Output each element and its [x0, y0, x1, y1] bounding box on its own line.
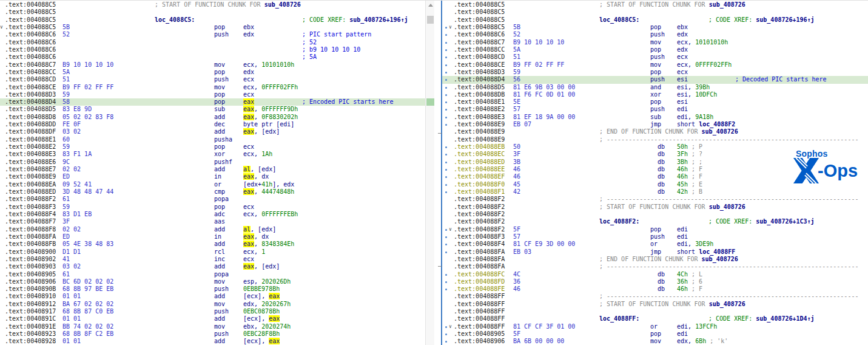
left-disassembly-pane[interactable]: .text:004088C5; START OF FUNCTION CHUNK … — [0, 1, 425, 345]
asm-row[interactable]: .text:004088C6; b9 10 10 10 10 — [0, 46, 425, 53]
asm-row[interactable]: .text:004088D458popeax; Encoded PIC star… — [0, 98, 425, 106]
asm-row[interactable]: .text:004088F481 CF E9 3D 00 00oredi, 3D… — [442, 241, 868, 248]
asm-row[interactable]: .text:004088F73Faas — [0, 218, 425, 225]
asm-row[interactable]: .text:004088CEB9 FF 02 FF FFmovecx, 0FFF… — [442, 61, 868, 69]
asm-row[interactable]: .text:0040890303 02addeax, [edx] — [0, 263, 425, 270]
asm-row[interactable]: .text:004088F261popa — [0, 196, 425, 203]
asm-row[interactable]: .text:004088D805 02 02 83 F8addeax, 0F88… — [0, 114, 425, 121]
asm-row[interactable]: .text:004088FAEB 03jmpshort loc_4088FF — [442, 248, 868, 256]
asm-row[interactable]: .text:004088F357pushedi — [442, 233, 868, 241]
asm-row[interactable]: .text:0040892368 8B 8F C2 EBpush0EBC28F8… — [0, 330, 425, 338]
asm-row[interactable]: .text:004088C7B9 10 10 10 10movecx, 1010… — [442, 39, 868, 46]
asm-row[interactable]: .text:004088CC5Apopedx — [442, 46, 868, 53]
asm-address: .text:004088F1 — [454, 188, 505, 196]
asm-row[interactable]: .text:004088CD51pushecx — [442, 53, 868, 61]
asm-row[interactable]: .text:0040892801 01add[ecx], eax — [0, 338, 425, 345]
asm-row[interactable]: .text:004088E15Epopesi — [442, 98, 868, 106]
scrollbar-thumb[interactable] — [427, 16, 434, 24]
asm-row[interactable]: .text:004088E9; ------------------------… — [442, 136, 868, 143]
left-pane-scrollbar[interactable] — [425, 1, 434, 345]
asm-row[interactable]: .text:004088E383 F1 1Axorecx, 1Ah — [0, 151, 425, 158]
asm-row[interactable]: ∨.text:004088F25Fpopedi — [442, 226, 868, 233]
asm-row[interactable]: .text:0040890B68 8B 97 BE EBpush0EBBE978… — [0, 285, 425, 293]
asm-row[interactable]: ∨.text:004088C55Bpopebx — [442, 24, 868, 31]
asm-row[interactable]: .text:004088CC5Apopedx — [0, 69, 425, 76]
asm-row[interactable]: .text:004088FF — [442, 308, 868, 315]
asm-row[interactable]: .text:004088F2loc_4088F2:; CODE XREF: su… — [442, 218, 868, 225]
asm-row[interactable]: .text:004088E69Cpushf — [0, 159, 425, 166]
asm-row[interactable]: .text:004088F359popecx — [0, 203, 425, 211]
asm-row[interactable]: .text:004088EA09 52 41or[edx+41h], edx — [0, 181, 425, 188]
asm-row[interactable]: .text:004088FE46db46h; F — [442, 285, 868, 293]
asm-row[interactable]: .text:004088CD51pushecx — [0, 76, 425, 83]
asm-row[interactable]: ∨.text:004088C55Bpopebx — [0, 24, 425, 31]
asm-row[interactable]: .text:004088C5loc_4088C5:; CODE XREF: su… — [442, 16, 868, 24]
asm-row[interactable]: .text:004088D359popecx — [0, 91, 425, 98]
asm-address: .text:004088E2 — [454, 106, 505, 113]
asm-row[interactable]: .text:004088F2; ------------------------… — [442, 196, 868, 203]
asm-row[interactable]: .text:004088FFloc_4088FF:; CODE XREF: su… — [442, 315, 868, 323]
asm-row[interactable]: .text:00408906BA 6B 00 00 00movedx, 6Bh;… — [442, 338, 868, 345]
asm-row[interactable]: .text:004088F2; START OF FUNCTION CHUNK … — [442, 203, 868, 211]
asm-row[interactable]: .text:0040890561popa — [0, 271, 425, 278]
asm-row[interactable]: .text:004088E259popecx — [0, 143, 425, 151]
asm-address: .text:004088CE — [454, 61, 505, 69]
asm-row[interactable]: .text:004088FA; END OF FUNCTION CHUNK FO… — [442, 256, 868, 263]
asm-row[interactable]: .text:004088D456pushesi; Decoded PIC sta… — [442, 76, 868, 83]
asm-row[interactable]: .text:004088D581 E6 9B 03 00 00andesi, 3… — [442, 84, 868, 91]
asm-row[interactable]: .text:004088ED3D 48 48 47 44cmpeax, 4447… — [0, 188, 425, 196]
asm-row[interactable]: .text:004088C5 — [0, 9, 425, 16]
asm-row[interactable]: .text:004088F142db42h; B — [442, 188, 868, 196]
asm-row[interactable]: .text:004088DB81 F6 FC 0D 01 00xoresi, 1… — [442, 91, 868, 98]
asm-row[interactable]: .text:004088FF; ------------------------… — [442, 293, 868, 300]
asm-row[interactable]: .text:004088C6; 52 — [0, 39, 425, 46]
asm-bytes: ED — [62, 173, 70, 180]
asm-row[interactable]: .text:0040890241incecx — [0, 256, 425, 263]
asm-row[interactable]: .text:004088E9EDineax, dx — [0, 173, 425, 180]
asm-row[interactable]: .text:004088D583 E8 9Dsubeax, 0FFFFFF9Dh — [0, 106, 425, 113]
asm-row[interactable]: .text:004088FD36db36h; 6 — [442, 278, 868, 285]
asm-row[interactable]: .text:0040891001 01add[ecx], eax — [0, 293, 425, 300]
asm-row[interactable]: .text:004089055Fpopedi — [442, 330, 868, 338]
asm-row[interactable]: .text:0040891768 8B 87 C0 EBpush0EBC0878… — [0, 308, 425, 315]
asm-row[interactable]: .text:004088F483 D1 EBadcecx, 0FFFFFFEBh — [0, 211, 425, 218]
asm-row[interactable]: .text:004088C5 — [442, 9, 868, 16]
asm-address: .text:004088CD — [454, 53, 505, 61]
asm-row[interactable]: .text:004088E702 02addal, [edx] — [0, 166, 425, 173]
asm-row[interactable]: .text:004088E9; END OF FUNCTION CHUNK FO… — [442, 128, 868, 135]
asm-row[interactable]: .text:0040891EBB 74 02 02 02movebx, 2020… — [0, 323, 425, 330]
asm-row[interactable]: .text:004088C7B9 10 10 10 10movecx, 1010… — [0, 61, 425, 69]
asm-row[interactable]: .text:004088FC4Cdb4Ch; L — [442, 271, 868, 278]
asm-address: .text:004088F2 — [454, 196, 505, 203]
asm-row[interactable]: .text:00408900D1 D1rclecx, 1 — [0, 248, 425, 256]
asm-row[interactable]: .text:004088C652pushedx; PIC start patte… — [0, 31, 425, 38]
asm-row[interactable]: .text:004088FA; ------------------------… — [442, 263, 868, 270]
code-line-dot-icon — [445, 244, 447, 245]
asm-row[interactable]: .text:004088C6; 5A — [0, 53, 425, 61]
asm-address: .text:004088FA — [454, 263, 505, 270]
asm-row[interactable]: .text:004088CEB9 FF 02 FF FFmovecx, 0FFF… — [0, 84, 425, 91]
asm-row[interactable]: .text:00408912BA 67 02 02 02movedx, 2020… — [0, 301, 425, 308]
asm-row[interactable]: .text:0040891C01 01add[ecx], eax — [0, 315, 425, 323]
asm-row[interactable]: .text:004088D359popecx — [442, 69, 868, 76]
asm-row[interactable]: .text:00408906BC 6D 02 02 02movesp, 2020… — [0, 278, 425, 285]
asm-row[interactable]: .text:004088C5; START OF FUNCTION CHUNK … — [442, 1, 868, 9]
asm-address: .text:004088F3 — [5, 203, 56, 211]
asm-row[interactable]: .text:004088DDFE 0Fdecbyte ptr [edi] — [0, 121, 425, 128]
asm-mnemonic: mov — [214, 323, 225, 330]
asm-row[interactable]: .text:004088F2 — [442, 211, 868, 218]
asm-row[interactable]: .text:004088C5loc_4088C5:; CODE XREF: su… — [0, 16, 425, 24]
asm-row[interactable]: .text:004088DF03 02addeax, [edx] — [0, 128, 425, 135]
asm-row[interactable]: .text:004088C5; START OF FUNCTION CHUNK … — [0, 1, 425, 9]
asm-row[interactable]: .text:004088FB05 4E 38 48 83addeax, 8348… — [0, 241, 425, 248]
scrollbar-up-arrow-icon[interactable] — [428, 4, 433, 7]
asm-row[interactable]: .text:004088E381 EF 18 9A 00 00subedi, 9… — [442, 114, 868, 121]
asm-row[interactable]: .text:004088C652pushedx — [442, 31, 868, 38]
asm-row[interactable]: ∨.text:004088FF81 CF CF 3F 01 00oredi, 1… — [442, 323, 868, 330]
asm-row[interactable]: .text:004088FAEDineax, dx — [0, 233, 425, 241]
asm-row[interactable]: .text:004088F802 02addal, [edx] — [0, 226, 425, 233]
asm-row[interactable]: .text:004088FF; START OF FUNCTION CHUNK … — [442, 301, 868, 308]
asm-row[interactable]: .text:004088E257pushedi — [442, 106, 868, 113]
asm-row[interactable]: .text:004088E160pusha — [0, 136, 425, 143]
asm-row[interactable]: .text:004088E9EB 07jmpshort loc_4088F2 — [442, 121, 868, 128]
